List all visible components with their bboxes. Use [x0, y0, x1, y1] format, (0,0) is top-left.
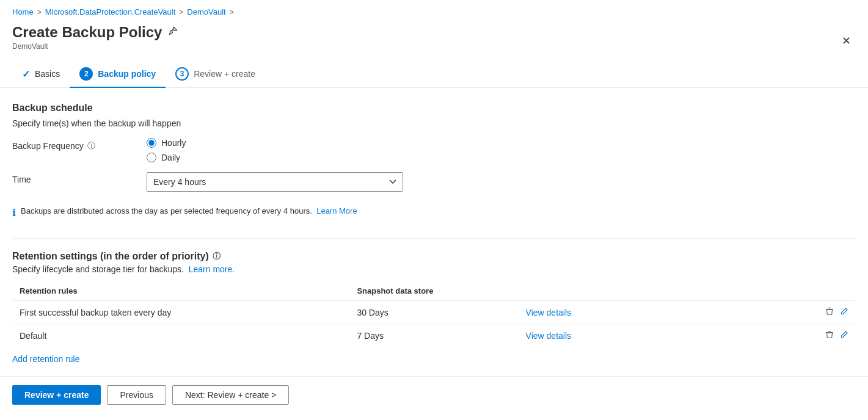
- svg-rect-1: [828, 308, 831, 308]
- row1-rule: First successful backup taken every day: [12, 301, 349, 324]
- row2-action-icons: [825, 330, 848, 341]
- row2-actions: View details: [519, 324, 856, 347]
- retention-title: Retention settings (in the order of prio…: [12, 251, 856, 262]
- edit-icon-1[interactable]: [840, 307, 848, 317]
- breadcrumb-demo-vault[interactable]: DemoVault: [187, 7, 225, 16]
- table-row: First successful backup taken every day …: [12, 301, 856, 324]
- tabs-container: ✓ Basics 2 Backup policy 3 Review + crea…: [0, 60, 868, 88]
- backup-frequency-control: Hourly Daily: [147, 138, 856, 162]
- row1-actions: View details: [519, 301, 856, 324]
- view-details-link-1[interactable]: View details: [526, 308, 571, 317]
- edit-icon-2[interactable]: [840, 330, 848, 341]
- row1-snapshot: 30 Days: [349, 301, 518, 324]
- previous-button[interactable]: Previous: [107, 385, 166, 405]
- backup-frequency-row: Backup Frequency ⓘ Hourly Daily: [12, 138, 856, 162]
- info-circle-icon: ℹ: [12, 207, 16, 219]
- breadcrumb: Home > Microsoft.DataProtection.CreateVa…: [0, 0, 868, 21]
- radio-hourly-label: Hourly: [161, 138, 186, 148]
- radio-hourly[interactable]: Hourly: [147, 138, 856, 148]
- retention-table: Retention rules Snapshot data store Firs…: [12, 281, 856, 347]
- page-header: Create Backup Policy DemoVault ✕: [0, 21, 868, 60]
- info-text: Backups are distributed across the day a…: [21, 206, 357, 215]
- retention-table-head: Retention rules Snapshot data store: [12, 281, 856, 301]
- delete-icon-2[interactable]: [825, 330, 834, 341]
- tab-review-create[interactable]: 3 Review + create: [166, 61, 265, 88]
- breadcrumb-sep-2: >: [179, 8, 183, 16]
- learn-more-link-schedule[interactable]: Learn More: [316, 206, 357, 215]
- radio-hourly-input[interactable]: [147, 138, 156, 148]
- pin-icon[interactable]: [168, 26, 178, 38]
- backup-schedule-desc: Specify time(s) when the backup will hap…: [12, 118, 856, 128]
- delete-icon-1[interactable]: [825, 307, 834, 317]
- backup-schedule-title: Backup schedule: [12, 103, 856, 114]
- time-control: Every 4 hours Every 6 hours Every 8 hour…: [147, 172, 856, 192]
- tab-review-create-number: 3: [175, 67, 189, 81]
- tab-backup-policy[interactable]: 2 Backup policy: [70, 61, 166, 88]
- page-title: Create Backup Policy: [12, 24, 162, 41]
- page-container: Home > Microsoft.DataProtection.CreateVa…: [0, 0, 868, 420]
- col-actions-spacer: [519, 281, 856, 301]
- breadcrumb-home[interactable]: Home: [12, 7, 34, 16]
- radio-daily[interactable]: Daily: [147, 153, 856, 162]
- tab-review-create-label: Review + create: [194, 69, 255, 79]
- col-retention-rules: Retention rules: [12, 281, 349, 301]
- learn-more-link-retention[interactable]: Learn more.: [189, 264, 235, 274]
- main-content: Backup schedule Specify time(s) when the…: [0, 103, 868, 376]
- tab-basics[interactable]: ✓ Basics: [12, 62, 70, 87]
- time-row: Time Every 4 hours Every 6 hours Every 8…: [12, 172, 856, 192]
- backup-frequency-label: Backup Frequency ⓘ: [12, 138, 147, 151]
- retention-info-icon[interactable]: ⓘ: [213, 251, 221, 262]
- table-row: Default 7 Days View details: [12, 324, 856, 347]
- breadcrumb-vault-create[interactable]: Microsoft.DataProtection.CreateVault: [45, 7, 176, 16]
- page-subtitle: DemoVault: [12, 42, 178, 51]
- page-footer: Review + create Previous Next: Review + …: [0, 376, 868, 413]
- retention-table-body: First successful backup taken every day …: [12, 301, 856, 347]
- review-create-button[interactable]: Review + create: [12, 385, 101, 405]
- retention-desc: Specify lifecycle and storage tier for b…: [12, 264, 856, 274]
- breadcrumb-sep-3: >: [230, 8, 234, 16]
- row2-snapshot: 7 Days: [349, 324, 518, 347]
- svg-rect-3: [828, 331, 831, 331]
- next-button[interactable]: Next: Review + create >: [172, 385, 289, 405]
- retention-section: Retention settings (in the order of prio…: [12, 251, 856, 364]
- time-label: Time: [12, 172, 147, 184]
- tab-basics-check: ✓: [22, 68, 30, 80]
- radio-daily-label: Daily: [161, 153, 180, 162]
- time-dropdown[interactable]: Every 4 hours Every 6 hours Every 8 hour…: [147, 172, 403, 192]
- radio-daily-input[interactable]: [147, 153, 156, 162]
- tab-basics-label: Basics: [35, 69, 60, 79]
- backup-info-box: ℹ Backups are distributed across the day…: [12, 201, 856, 223]
- retention-table-header-row: Retention rules Snapshot data store: [12, 281, 856, 301]
- tab-backup-policy-number: 2: [79, 67, 93, 81]
- section-divider: [12, 238, 856, 239]
- row2-rule: Default: [12, 324, 349, 347]
- row1-action-icons: [825, 307, 848, 317]
- backup-schedule-section: Backup schedule Specify time(s) when the…: [12, 103, 856, 223]
- breadcrumb-sep-1: >: [37, 8, 42, 16]
- frequency-info-icon[interactable]: ⓘ: [87, 140, 95, 151]
- col-snapshot-store: Snapshot data store: [349, 281, 518, 301]
- close-button[interactable]: ✕: [836, 31, 856, 51]
- tab-backup-policy-label: Backup policy: [98, 69, 156, 79]
- view-details-link-2[interactable]: View details: [526, 331, 571, 341]
- add-retention-rule-link[interactable]: Add retention rule: [12, 354, 80, 364]
